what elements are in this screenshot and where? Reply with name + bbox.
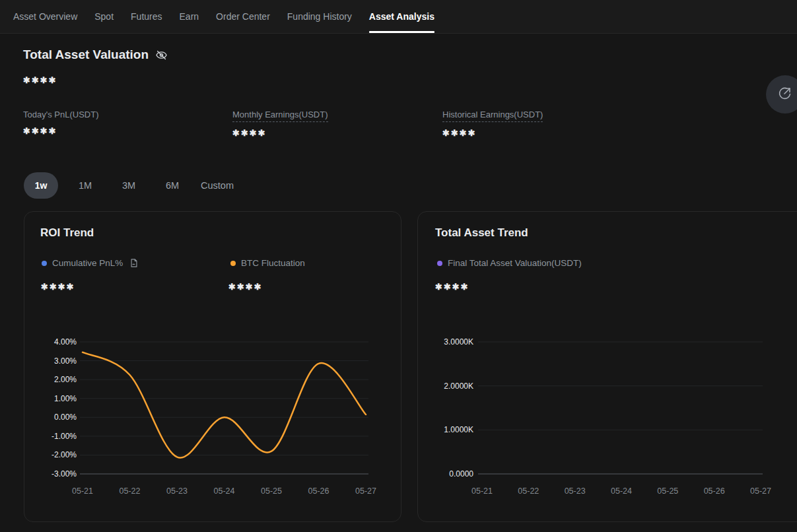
btc-fluctuation-value: ✱✱✱✱ bbox=[228, 282, 263, 292]
svg-text:2.0000K: 2.0000K bbox=[444, 382, 473, 391]
legend-dot bbox=[230, 261, 236, 266]
range-custom[interactable]: Custom bbox=[199, 180, 235, 191]
asset-analysis-page: Asset Overview Spot Futures Earn Order C… bbox=[0, 0, 797, 532]
svg-text:05-22: 05-22 bbox=[518, 486, 539, 496]
legend-cumulative-pnl[interactable]: Cumulative PnL% bbox=[42, 258, 139, 268]
top-nav: Asset Overview Spot Futures Earn Order C… bbox=[0, 0, 797, 34]
legend-btc-fluctuation[interactable]: BTC Fluctuation bbox=[230, 258, 305, 268]
svg-text:-2.00%: -2.00% bbox=[52, 450, 77, 459]
stat-value: ✱✱✱✱ bbox=[232, 128, 328, 138]
legend-label: BTC Fluctuation bbox=[241, 258, 305, 268]
svg-text:0.00%: 0.00% bbox=[54, 413, 77, 422]
total-asset-trend-card: Total Asset Trend Final Total Asset Valu… bbox=[417, 211, 797, 522]
tab-asset-analysis[interactable]: Asset Analysis bbox=[369, 0, 434, 33]
final-total-asset-valuation-value: ✱✱✱✱ bbox=[435, 282, 469, 292]
svg-text:05-27: 05-27 bbox=[355, 486, 376, 496]
svg-text:-3.00%: -3.00% bbox=[52, 469, 77, 479]
btc-fluctuation-line bbox=[83, 352, 366, 458]
legend-dot bbox=[437, 261, 442, 266]
legend-dot bbox=[42, 261, 47, 266]
legend-label: Final Total Asset Valuation(USDT) bbox=[448, 258, 582, 268]
svg-text:05-24: 05-24 bbox=[214, 486, 235, 496]
svg-text:05-22: 05-22 bbox=[120, 486, 141, 496]
legend-label: Cumulative PnL% bbox=[52, 258, 123, 268]
total-asset-trend-title: Total Asset Trend bbox=[435, 226, 528, 240]
svg-text:05-21: 05-21 bbox=[72, 486, 93, 496]
eye-off-icon[interactable] bbox=[155, 49, 168, 61]
svg-text:0.0000: 0.0000 bbox=[449, 469, 473, 479]
total-asset-valuation-header: Total Asset Valuation bbox=[23, 48, 168, 62]
svg-text:2.00%: 2.00% bbox=[54, 375, 77, 384]
svg-text:3.0000K: 3.0000K bbox=[444, 337, 473, 347]
svg-text:1.00%: 1.00% bbox=[54, 394, 77, 403]
svg-text:05-25: 05-25 bbox=[657, 486, 678, 496]
range-6m[interactable]: 6M bbox=[156, 180, 189, 191]
svg-text:05-25: 05-25 bbox=[261, 486, 282, 496]
total-asset-trend-chart: 3.0000K2.0000K1.0000K0.000005-2105-2205-… bbox=[418, 331, 797, 509]
tab-funding-history[interactable]: Funding History bbox=[287, 0, 352, 33]
stat-todays-pnl: Today's PnL(USDT) ✱✱✱✱ bbox=[23, 108, 98, 136]
stat-historical-earnings: Historical Earnings(USDT) ✱✱✱✱ bbox=[442, 108, 543, 138]
svg-text:1.0000K: 1.0000K bbox=[444, 425, 473, 434]
svg-text:05-23: 05-23 bbox=[166, 486, 188, 496]
stat-monthly-earnings: Monthly Earnings(USDT) ✱✱✱✱ bbox=[232, 108, 328, 138]
range-1m[interactable]: 1M bbox=[69, 180, 102, 191]
total-asset-valuation-value: ✱✱✱✱ bbox=[23, 75, 57, 85]
range-3m[interactable]: 3M bbox=[112, 180, 145, 191]
svg-text:05-26: 05-26 bbox=[704, 486, 725, 496]
tab-asset-overview[interactable]: Asset Overview bbox=[13, 0, 77, 33]
cumulative-pnl-value: ✱✱✱✱ bbox=[41, 282, 75, 292]
tab-spot[interactable]: Spot bbox=[94, 0, 114, 33]
share-button[interactable] bbox=[766, 75, 797, 114]
tab-futures[interactable]: Futures bbox=[131, 0, 162, 33]
svg-text:-1.00%: -1.00% bbox=[52, 432, 77, 441]
range-selector: 1w 1M 3M 6M Custom bbox=[24, 172, 235, 199]
roi-trend-chart: 4.00%3.00%2.00%1.00%0.00%-1.00%-2.00%-3.… bbox=[24, 331, 401, 509]
stat-value: ✱✱✱✱ bbox=[442, 128, 543, 138]
stat-label[interactable]: Monthly Earnings(USDT) bbox=[232, 109, 328, 122]
share-icon bbox=[777, 85, 793, 104]
page-title: Total Asset Valuation bbox=[23, 48, 149, 62]
range-1w[interactable]: 1w bbox=[24, 172, 58, 199]
svg-text:05-21: 05-21 bbox=[471, 486, 493, 496]
tab-order-center[interactable]: Order Center bbox=[216, 0, 270, 33]
svg-text:05-27: 05-27 bbox=[750, 486, 771, 496]
document-icon[interactable] bbox=[129, 258, 139, 268]
svg-text:05-23: 05-23 bbox=[565, 486, 586, 496]
svg-text:4.00%: 4.00% bbox=[54, 337, 77, 347]
stat-value: ✱✱✱✱ bbox=[23, 126, 98, 136]
roi-trend-title: ROI Trend bbox=[40, 226, 94, 240]
svg-text:05-26: 05-26 bbox=[308, 486, 329, 496]
svg-text:3.00%: 3.00% bbox=[54, 356, 77, 366]
roi-trend-card: ROI Trend Cumulative PnL% BTC Fluctuatio… bbox=[24, 211, 401, 522]
legend-final-total-asset-valuation[interactable]: Final Total Asset Valuation(USDT) bbox=[437, 258, 582, 268]
stat-label[interactable]: Historical Earnings(USDT) bbox=[442, 109, 543, 122]
tab-earn[interactable]: Earn bbox=[180, 0, 199, 33]
stat-label: Today's PnL(USDT) bbox=[23, 109, 98, 120]
svg-text:05-24: 05-24 bbox=[611, 486, 632, 496]
